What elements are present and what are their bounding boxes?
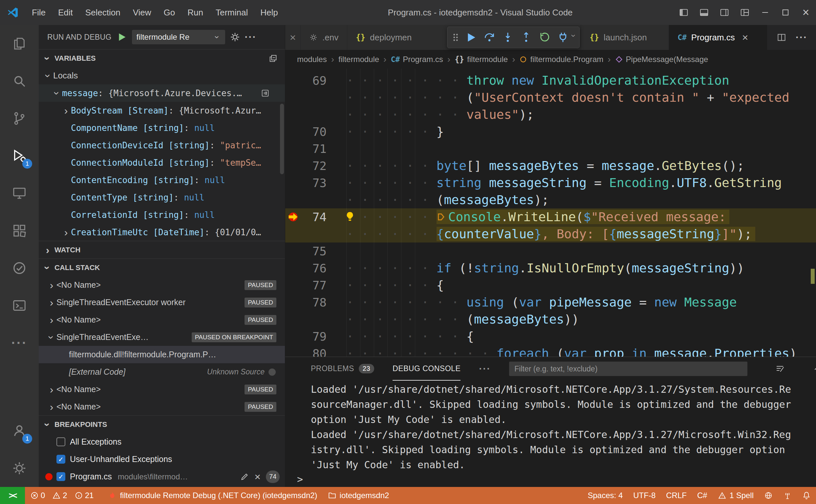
- menu-terminal[interactable]: Terminal: [209, 8, 254, 18]
- continue-button[interactable]: [463, 29, 480, 46]
- toggle-primary-sidebar-icon[interactable]: [674, 0, 694, 25]
- code-line-71[interactable]: 71: [285, 140, 816, 157]
- maximize-panel-icon[interactable]: [812, 364, 816, 374]
- menu-selection[interactable]: Selection: [79, 8, 127, 18]
- tab-debug-console[interactable]: DEBUG CONSOLE: [392, 357, 461, 381]
- menu-help[interactable]: Help: [254, 8, 284, 18]
- breadcrumb-item-class[interactable]: filtermodule.Program: [519, 55, 603, 64]
- breakpoint-row[interactable]: All Exceptions: [39, 433, 285, 451]
- lightbulb-icon[interactable]: [345, 211, 355, 224]
- breadcrumb-item-program-cs[interactable]: C#Program.cs: [390, 55, 443, 64]
- variable-row[interactable]: ›ContentEncoding [string]: null: [39, 171, 285, 189]
- close-button[interactable]: ×: [796, 0, 816, 25]
- console-prompt[interactable]: >: [297, 472, 816, 487]
- code-line-79[interactable]: 79· · · · · · · · {: [285, 328, 816, 345]
- view-binary-icon[interactable]: [261, 89, 270, 98]
- variable-row[interactable]: ›Locals: [39, 67, 285, 84]
- inline-breakpoint-icon[interactable]: [437, 211, 447, 222]
- breadcrumb-item-namespace[interactable]: {}filtermodule: [455, 55, 508, 64]
- call-stack-row[interactable]: ›SingleThreadEventExe…PAUSED ON BREAKPOI…: [39, 328, 285, 346]
- maximize-button[interactable]: [775, 0, 796, 25]
- console-filter-input[interactable]: [509, 362, 747, 376]
- toggle-panel-icon[interactable]: [694, 0, 714, 25]
- toggle-secondary-sidebar-icon[interactable]: [714, 0, 735, 25]
- watch-section-header[interactable]: › WATCH: [39, 241, 285, 259]
- eol-status[interactable]: CRLF: [661, 487, 692, 504]
- call-stack-row[interactable]: [External Code]Unknown Source: [39, 363, 285, 381]
- remove-breakpoint-icon[interactable]: ×: [254, 472, 261, 482]
- menu-edit[interactable]: Edit: [52, 8, 79, 18]
- code-line-78[interactable]: 78· · · · · · · · using (var pipeMessage…: [285, 294, 816, 311]
- minimize-button[interactable]: [755, 0, 775, 25]
- variable-row[interactable]: ›message: {Microsoft.Azure.Devices.…: [39, 84, 285, 102]
- search-icon[interactable]: [0, 62, 39, 100]
- code-line-77[interactable]: 77· · · · · · {: [285, 277, 816, 294]
- collapse-all-icon[interactable]: [268, 54, 278, 63]
- code-line-wrap[interactable]: · · · · · · · · (messageBytes)): [285, 311, 816, 328]
- panel-more-tabs-icon[interactable]: ···: [479, 363, 491, 374]
- step-into-button[interactable]: [499, 29, 516, 46]
- variable-row[interactable]: ›ContentType [string]: null: [39, 189, 285, 206]
- language-status[interactable]: C#: [692, 487, 713, 504]
- call-stack-row[interactable]: ›<No Name>PAUSED: [39, 311, 285, 328]
- extensions-icon[interactable]: [0, 212, 39, 249]
- call-stack-row[interactable]: ›<No Name>PAUSED: [39, 398, 285, 415]
- breakpoint-checkbox[interactable]: ✓: [56, 472, 65, 481]
- code-line-wrap[interactable]: · · · · · · (messageBytes);: [285, 191, 816, 208]
- sidebar-more-actions-icon[interactable]: ···: [245, 32, 257, 42]
- variable-row[interactable]: ›ComponentName [string]: null: [39, 119, 285, 137]
- code-line-75[interactable]: 75: [285, 242, 816, 260]
- code-line-wrap[interactable]: · · · · · · {counterValue}, Body: [{mess…: [285, 225, 816, 242]
- current-line-breakpoint-icon[interactable]: [285, 208, 300, 225]
- call-stack-row[interactable]: ›SingleThreadEventExecutor workerPAUSED: [39, 294, 285, 311]
- variable-row[interactable]: ›ConnectionModuleId [string]: "tempSe…: [39, 154, 285, 171]
- variable-row[interactable]: ›CreationTimeUtc [DateTime]: {01/01/0…: [39, 223, 285, 241]
- clear-console-icon[interactable]: [775, 364, 785, 374]
- toolbar-drag-handle[interactable]: [450, 29, 461, 46]
- encoding-status[interactable]: UTF-8: [628, 487, 661, 504]
- explorer-icon[interactable]: [0, 25, 39, 62]
- terminal-icon[interactable]: [0, 287, 39, 324]
- problems-status[interactable]: 0 2 21: [25, 487, 103, 504]
- workspace-status[interactable]: iotedgemsdn2: [323, 487, 394, 504]
- breadcrumb-item-modules[interactable]: modules: [297, 55, 327, 64]
- code-line-73[interactable]: 73· · · · · · string messageString = Enc…: [285, 174, 816, 191]
- menu-view[interactable]: View: [127, 8, 157, 18]
- code-line-74[interactable]: 74· · · · · · Console.WriteLine($"Receiv…: [285, 208, 816, 225]
- code-line-80[interactable]: 80· · · · · · · · · · foreach (var prop …: [285, 345, 816, 357]
- step-over-button[interactable]: [481, 29, 498, 46]
- call-stack-row[interactable]: ›<No Name>PAUSED: [39, 381, 285, 398]
- settings-gear-icon[interactable]: [0, 450, 39, 487]
- breakpoints-section-header[interactable]: › BREAKPOINTS: [39, 415, 285, 433]
- code-editor[interactable]: 69· · · · · · · · throw new InvalidOpera…: [285, 69, 816, 357]
- customize-layout-icon[interactable]: [735, 0, 755, 25]
- code-line-70[interactable]: 70· · · · · · }: [285, 123, 816, 140]
- debug-config-select[interactable]: filtermodule Re ›: [132, 30, 225, 44]
- breadcrumb-item-method[interactable]: PipeMessage(Message: [615, 55, 708, 64]
- variable-row[interactable]: ›ConnectionDeviceId [string]: "patric…: [39, 137, 285, 154]
- chevron-down-icon[interactable]: ›: [569, 34, 579, 41]
- step-out-button[interactable]: [518, 29, 535, 46]
- menu-go[interactable]: Go: [157, 8, 181, 18]
- tab-problems[interactable]: PROBLEMS 23: [311, 357, 374, 381]
- code-line-wrap[interactable]: · · · · · · · · ("UserContext doesn't co…: [285, 89, 816, 106]
- tab-program-cs[interactable]: C# Program.cs ×: [669, 25, 767, 50]
- close-tab-icon[interactable]: ×: [742, 32, 748, 43]
- overflow-tab-close-icon[interactable]: ×: [285, 25, 301, 50]
- debug-target-status[interactable]: filtermodule Remote Debug (.NET Core) (i…: [103, 487, 322, 504]
- more-views-icon[interactable]: ···: [0, 324, 39, 362]
- variable-row[interactable]: ›BodyStream [Stream]: {Microsoft.Azur…: [39, 102, 285, 119]
- start-debug-button[interactable]: [116, 31, 127, 43]
- debug-console-output[interactable]: Loaded '/usr/share/dotnet/shared/Microso…: [285, 381, 816, 472]
- editor-more-actions-icon[interactable]: ···: [796, 32, 807, 42]
- run-and-debug-icon[interactable]: 1: [0, 137, 39, 175]
- variables-section-header[interactable]: › VARIABLES: [39, 49, 285, 67]
- split-editor-icon[interactable]: [777, 32, 786, 42]
- menu-run[interactable]: Run: [181, 8, 209, 18]
- call-stack-row[interactable]: ›<No Name>PAUSED: [39, 276, 285, 294]
- variable-row[interactable]: ›CorrelationId [string]: null: [39, 206, 285, 223]
- spell-status[interactable]: 1 Spell: [713, 487, 759, 504]
- remote-explorer-icon[interactable]: [0, 175, 39, 212]
- tab-env[interactable]: .env: [301, 25, 347, 50]
- remote-indicator[interactable]: ><: [0, 487, 25, 504]
